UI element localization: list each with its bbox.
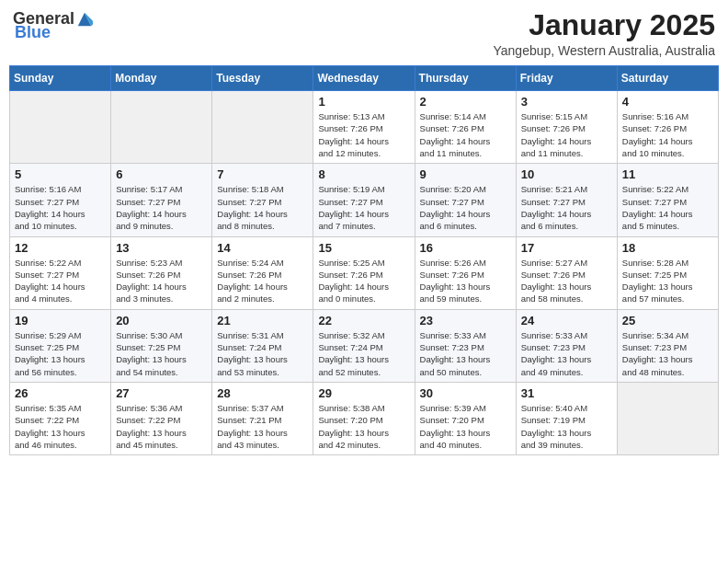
calendar-cell: 26Sunrise: 5:35 AM Sunset: 7:22 PM Dayli… [10,382,111,454]
day-info: Sunrise: 5:39 AM Sunset: 7:20 PM Dayligh… [420,402,511,451]
day-info: Sunrise: 5:20 AM Sunset: 7:27 PM Dayligh… [420,183,511,232]
day-info: Sunrise: 5:19 AM Sunset: 7:27 PM Dayligh… [318,183,409,232]
day-number: 10 [521,167,612,181]
calendar-cell: 29Sunrise: 5:38 AM Sunset: 7:20 PM Dayli… [313,382,415,454]
day-info: Sunrise: 5:16 AM Sunset: 7:27 PM Dayligh… [15,183,106,232]
day-info: Sunrise: 5:33 AM Sunset: 7:23 PM Dayligh… [521,329,612,378]
day-number: 31 [521,386,612,400]
day-info: Sunrise: 5:36 AM Sunset: 7:22 PM Dayligh… [116,402,207,451]
day-number: 26 [15,386,106,400]
calendar-cell: 19Sunrise: 5:29 AM Sunset: 7:25 PM Dayli… [10,309,111,382]
day-info: Sunrise: 5:29 AM Sunset: 7:25 PM Dayligh… [15,329,106,378]
calendar-cell: 20Sunrise: 5:30 AM Sunset: 7:25 PM Dayli… [111,309,212,382]
day-header-monday: Monday [111,66,212,91]
day-number: 29 [318,386,409,400]
day-number: 18 [622,241,713,255]
day-info: Sunrise: 5:23 AM Sunset: 7:26 PM Dayligh… [116,257,207,305]
logo-blue: Blue [15,23,51,42]
calendar-week-row: 1Sunrise: 5:13 AM Sunset: 7:26 PM Daylig… [10,91,719,164]
calendar-cell [10,91,111,164]
page-header: General Blue January 2025 Yangebup, West… [9,9,719,58]
day-info: Sunrise: 5:24 AM Sunset: 7:26 PM Dayligh… [217,257,308,305]
day-number: 8 [318,167,409,181]
day-info: Sunrise: 5:33 AM Sunset: 7:23 PM Dayligh… [420,329,511,378]
calendar-cell: 24Sunrise: 5:33 AM Sunset: 7:23 PM Dayli… [516,309,617,382]
calendar-cell [617,382,718,454]
day-info: Sunrise: 5:13 AM Sunset: 7:26 PM Dayligh… [318,110,409,159]
calendar-cell: 31Sunrise: 5:40 AM Sunset: 7:19 PM Dayli… [516,382,617,454]
day-number: 12 [15,241,106,255]
calendar-header-row: SundayMondayTuesdayWednesdayThursdayFrid… [10,66,719,91]
day-header-wednesday: Wednesday [313,66,415,91]
calendar-cell [111,91,212,164]
calendar-week-row: 12Sunrise: 5:22 AM Sunset: 7:27 PM Dayli… [10,236,719,309]
calendar-cell: 15Sunrise: 5:25 AM Sunset: 7:26 PM Dayli… [313,236,415,309]
day-number: 17 [521,241,612,255]
day-header-friday: Friday [516,66,617,91]
day-number: 11 [622,167,713,181]
day-number: 7 [217,167,308,181]
calendar-cell: 25Sunrise: 5:34 AM Sunset: 7:23 PM Dayli… [617,309,718,382]
logo: General Blue [13,9,93,42]
day-info: Sunrise: 5:32 AM Sunset: 7:24 PM Dayligh… [318,329,409,378]
calendar-cell: 27Sunrise: 5:36 AM Sunset: 7:22 PM Dayli… [111,382,212,454]
calendar-cell: 10Sunrise: 5:21 AM Sunset: 7:27 PM Dayli… [516,164,617,236]
day-number: 16 [420,241,511,255]
day-number: 25 [622,314,713,327]
day-number: 21 [217,314,308,327]
calendar-cell: 3Sunrise: 5:15 AM Sunset: 7:26 PM Daylig… [516,91,617,164]
calendar-cell: 23Sunrise: 5:33 AM Sunset: 7:23 PM Dayli… [415,309,516,382]
day-header-thursday: Thursday [415,66,516,91]
calendar-cell: 6Sunrise: 5:17 AM Sunset: 7:27 PM Daylig… [111,164,212,236]
day-info: Sunrise: 5:30 AM Sunset: 7:25 PM Dayligh… [116,329,207,378]
day-info: Sunrise: 5:22 AM Sunset: 7:27 PM Dayligh… [15,257,106,305]
day-info: Sunrise: 5:34 AM Sunset: 7:23 PM Dayligh… [622,329,713,378]
day-info: Sunrise: 5:15 AM Sunset: 7:26 PM Dayligh… [521,110,612,159]
day-info: Sunrise: 5:27 AM Sunset: 7:26 PM Dayligh… [521,257,612,305]
day-header-saturday: Saturday [617,66,718,91]
calendar-cell: 18Sunrise: 5:28 AM Sunset: 7:25 PM Dayli… [617,236,718,309]
calendar-cell [212,91,313,164]
day-info: Sunrise: 5:40 AM Sunset: 7:19 PM Dayligh… [521,402,612,451]
title-block: January 2025 Yangebup, Western Australia… [493,9,715,58]
calendar-cell: 30Sunrise: 5:39 AM Sunset: 7:20 PM Dayli… [415,382,516,454]
calendar-cell: 11Sunrise: 5:22 AM Sunset: 7:27 PM Dayli… [617,164,718,236]
day-info: Sunrise: 5:22 AM Sunset: 7:27 PM Dayligh… [622,183,713,232]
location-title: Yangebup, Western Australia, Australia [493,43,715,58]
calendar-cell: 5Sunrise: 5:16 AM Sunset: 7:27 PM Daylig… [10,164,111,236]
day-info: Sunrise: 5:18 AM Sunset: 7:27 PM Dayligh… [217,183,308,232]
day-info: Sunrise: 5:14 AM Sunset: 7:26 PM Dayligh… [420,110,511,159]
day-number: 3 [521,95,612,109]
calendar-week-row: 19Sunrise: 5:29 AM Sunset: 7:25 PM Dayli… [10,309,719,382]
day-info: Sunrise: 5:17 AM Sunset: 7:27 PM Dayligh… [116,183,207,232]
day-number: 27 [116,386,207,400]
day-info: Sunrise: 5:16 AM Sunset: 7:26 PM Dayligh… [622,110,713,159]
calendar-cell: 13Sunrise: 5:23 AM Sunset: 7:26 PM Dayli… [111,236,212,309]
calendar-cell: 2Sunrise: 5:14 AM Sunset: 7:26 PM Daylig… [415,91,516,164]
day-number: 15 [318,241,409,255]
day-info: Sunrise: 5:26 AM Sunset: 7:26 PM Dayligh… [420,257,511,305]
calendar-cell: 17Sunrise: 5:27 AM Sunset: 7:26 PM Dayli… [516,236,617,309]
day-number: 9 [420,167,511,181]
day-info: Sunrise: 5:28 AM Sunset: 7:25 PM Dayligh… [622,257,713,305]
day-number: 6 [116,167,207,181]
day-number: 14 [217,241,308,255]
day-number: 23 [420,314,511,327]
day-info: Sunrise: 5:35 AM Sunset: 7:22 PM Dayligh… [15,402,106,451]
calendar-cell: 7Sunrise: 5:18 AM Sunset: 7:27 PM Daylig… [212,164,313,236]
day-info: Sunrise: 5:31 AM Sunset: 7:24 PM Dayligh… [217,329,308,378]
calendar-cell: 28Sunrise: 5:37 AM Sunset: 7:21 PM Dayli… [212,382,313,454]
day-number: 4 [622,95,713,109]
calendar-cell: 12Sunrise: 5:22 AM Sunset: 7:27 PM Dayli… [10,236,111,309]
month-title: January 2025 [493,9,715,41]
calendar-week-row: 26Sunrise: 5:35 AM Sunset: 7:22 PM Dayli… [10,382,719,454]
calendar-cell: 14Sunrise: 5:24 AM Sunset: 7:26 PM Dayli… [212,236,313,309]
day-number: 2 [420,95,511,109]
day-number: 5 [15,167,106,181]
calendar-cell: 21Sunrise: 5:31 AM Sunset: 7:24 PM Dayli… [212,309,313,382]
day-header-tuesday: Tuesday [212,66,313,91]
calendar-cell: 4Sunrise: 5:16 AM Sunset: 7:26 PM Daylig… [617,91,718,164]
day-info: Sunrise: 5:37 AM Sunset: 7:21 PM Dayligh… [217,402,308,451]
calendar-cell: 9Sunrise: 5:20 AM Sunset: 7:27 PM Daylig… [415,164,516,236]
calendar-cell: 22Sunrise: 5:32 AM Sunset: 7:24 PM Dayli… [313,309,415,382]
